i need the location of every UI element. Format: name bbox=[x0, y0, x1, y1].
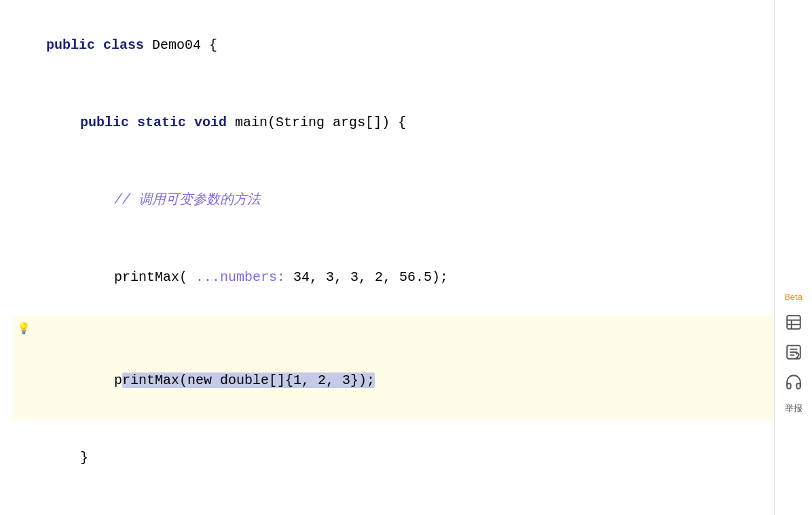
keyword-public: public bbox=[46, 37, 95, 53]
edit-icon[interactable] bbox=[781, 340, 806, 364]
layout-icon[interactable] bbox=[781, 310, 806, 335]
code-line-3: // 调用可变参数的方法 bbox=[14, 161, 774, 239]
layout-svg bbox=[785, 313, 802, 331]
code-line-blank-1 bbox=[14, 497, 774, 515]
code-line-6: } bbox=[14, 419, 774, 497]
right-sidebar: Beta 举报 bbox=[774, 0, 812, 515]
keyword-class: class bbox=[103, 37, 144, 53]
code-line-2: public static void main(String args[]) { bbox=[14, 84, 774, 161]
code-line-5: 💡 printMax(new double[]{1, 2, 3}); bbox=[14, 316, 774, 419]
headphone-svg bbox=[785, 373, 802, 391]
code-line-4: printMax( ...numbers: 34, 3, 3, 2, 56.5)… bbox=[14, 239, 774, 316]
edit-svg bbox=[785, 343, 802, 361]
beta-label: Beta bbox=[784, 292, 802, 302]
code-line-1: public class Demo04 { bbox=[14, 7, 774, 84]
svg-rect-0 bbox=[787, 316, 800, 329]
lightbulb-icon: 💡 bbox=[17, 316, 31, 342]
headphone-icon[interactable] bbox=[781, 370, 806, 394]
report-label: 举报 bbox=[785, 402, 802, 415]
code-editor: public class Demo04 { public static void… bbox=[0, 0, 774, 515]
